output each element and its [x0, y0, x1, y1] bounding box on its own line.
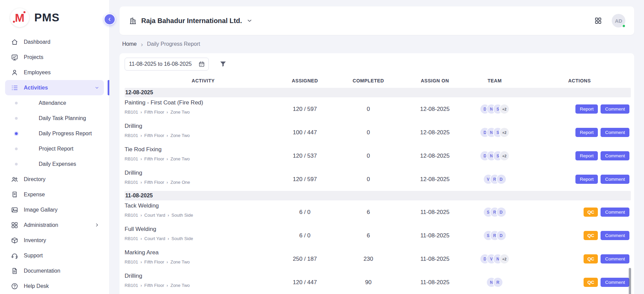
sidebar-item-label: Employees: [24, 70, 51, 76]
image-gallery-icon: [11, 206, 18, 214]
team-more-badge[interactable]: +2: [500, 254, 509, 263]
administration-icon: [11, 221, 18, 229]
employees-icon: [11, 69, 18, 76]
comment-button[interactable]: Comment: [601, 104, 629, 114]
row-actions: ReportComment: [528, 151, 631, 160]
activity-cell: DrillingRB101›Fifth Floor›Zone One: [125, 168, 282, 185]
qc-button[interactable]: QC: [584, 231, 598, 240]
activity-title: Full Welding: [125, 226, 282, 233]
assigned-value: 120 / 597: [282, 106, 328, 113]
assign-on-date: 12-08-2025: [409, 106, 461, 113]
comment-button[interactable]: Comment: [601, 208, 629, 217]
building-icon: [129, 17, 137, 25]
report-button[interactable]: Report: [575, 128, 598, 137]
bullet-icon: [15, 148, 18, 150]
vertical-scrollbar[interactable]: [629, 268, 631, 294]
app-title: PMS: [34, 11, 60, 24]
path-separator-icon: ›: [167, 110, 168, 114]
breadcrumb-home-link[interactable]: Home: [122, 41, 137, 47]
table-row: Painting - First Coat (Fire Red)RB101›Fi…: [125, 97, 631, 121]
sidebar-item-activities[interactable]: Activities: [5, 80, 104, 95]
row-actions: QCComment: [528, 208, 631, 217]
activity-cell: Tack WeldingRB101›Court Yard›South Side: [125, 200, 282, 218]
sidebar-item-inventory[interactable]: Inventory: [5, 233, 104, 248]
table-row: DrillingRB101›Fifth Floor›Zone Two100 / …: [125, 121, 631, 144]
comment-button[interactable]: Comment: [601, 128, 629, 137]
report-button[interactable]: Report: [575, 104, 598, 114]
assign-on-date: 11-08-2025: [409, 256, 461, 262]
report-button[interactable]: Report: [575, 151, 598, 160]
sidebar-subitem-daily-progress-report[interactable]: Daily Progress Report: [0, 126, 109, 141]
sidebar-item-administration[interactable]: Administration: [5, 217, 104, 233]
path-segment: RB101: [125, 180, 138, 185]
assigned-value: 6 / 0: [282, 232, 328, 239]
assign-on-date: 12-08-2025: [409, 129, 461, 136]
completed-value: 0: [328, 106, 409, 113]
path-separator-icon: ›: [168, 236, 169, 241]
app-logo[interactable]: M PMS: [10, 8, 60, 27]
row-actions: ReportComment: [528, 104, 631, 114]
sidebar-item-projects[interactable]: Projects: [5, 50, 104, 65]
path-segment: RB101: [125, 213, 138, 218]
comment-button[interactable]: Comment: [601, 175, 629, 184]
sidebar-item-support[interactable]: Support: [5, 248, 104, 263]
activity-path: RB101›Court Yard›South Side: [125, 236, 282, 241]
filter-icon[interactable]: [219, 60, 227, 68]
column-header-activity: ACTIVITY: [125, 78, 282, 83]
completed-value: 0: [328, 176, 409, 183]
report-button[interactable]: Report: [575, 175, 598, 184]
sidebar-item-dashboard[interactable]: Dashboard: [5, 34, 104, 50]
team-more-badge[interactable]: +2: [500, 128, 509, 137]
comment-button[interactable]: Comment: [601, 278, 629, 287]
qc-button[interactable]: QC: [584, 208, 598, 217]
team-avatar: D: [497, 208, 506, 217]
team-avatar: D: [497, 175, 506, 184]
sidebar-item-help-desk[interactable]: Help Desk: [5, 278, 104, 294]
bullet-icon: [15, 102, 18, 104]
row-actions: QCComment: [528, 278, 631, 287]
user-avatar[interactable]: AD: [612, 14, 625, 27]
sidebar-collapse-button[interactable]: [104, 14, 115, 25]
sidebar-subitem-daily-expenses[interactable]: Daily Expenses: [0, 156, 109, 172]
team-more-badge[interactable]: +2: [500, 151, 509, 160]
row-actions: QCComment: [528, 254, 631, 263]
online-status-dot: [622, 24, 626, 28]
apps-grid-icon[interactable]: [594, 17, 602, 25]
team-more-badge[interactable]: +2: [500, 104, 509, 114]
comment-button[interactable]: Comment: [601, 151, 629, 160]
group-date-label: 11-08-2025: [125, 193, 153, 199]
company-selector[interactable]: Raja Bahadur International Ltd.: [129, 17, 253, 25]
completed-value: 0: [328, 129, 409, 136]
sidebar-subitem-daily-task-planning[interactable]: Daily Task Planning: [0, 111, 109, 126]
sidebar-item-directory[interactable]: Directory: [5, 172, 104, 187]
path-separator-icon: ›: [167, 180, 168, 184]
assigned-value: 250 / 187: [282, 256, 328, 262]
path-separator-icon: ›: [141, 260, 142, 264]
sidebar-item-label: Expense: [24, 192, 45, 198]
sidebar-item-label: Image Gallary: [24, 207, 58, 213]
sidebar-item-expense[interactable]: Expense: [5, 187, 104, 202]
activity-title: Marking Area: [125, 249, 282, 256]
qc-button[interactable]: QC: [584, 254, 598, 263]
sidebar-item-image-gallary[interactable]: Image Gallary: [5, 202, 104, 217]
comment-button[interactable]: Comment: [601, 254, 629, 263]
sidebar-subitem-attendance[interactable]: Attendance: [0, 95, 109, 111]
assigned-value: 6 / 0: [282, 209, 328, 216]
activity-path: RB101›Fifth Floor›Zone One: [125, 180, 282, 185]
activities-icon: [11, 84, 18, 92]
path-segment: Fifth Floor: [144, 180, 164, 185]
sidebar-subitem-project-report[interactable]: Project Report: [0, 141, 109, 156]
assign-on-date: 11-08-2025: [409, 209, 461, 216]
sidebar-item-documentation[interactable]: Documentation: [5, 263, 104, 278]
expense-icon: [11, 191, 18, 198]
path-separator-icon: ›: [141, 283, 142, 288]
sidebar-item-employees[interactable]: Employees: [5, 65, 104, 80]
date-range-input[interactable]: 11-08-2025 to 16-08-2025: [125, 58, 209, 71]
path-segment: RB101: [125, 236, 138, 241]
comment-button[interactable]: Comment: [601, 231, 629, 240]
activity-title: Tie Rod Fixing: [125, 146, 282, 153]
path-segment: Fifth Floor: [144, 110, 164, 115]
sidebar-item-label: Help Desk: [24, 283, 49, 289]
group-date-row: 11-08-2025: [125, 191, 631, 200]
qc-button[interactable]: QC: [584, 278, 598, 287]
